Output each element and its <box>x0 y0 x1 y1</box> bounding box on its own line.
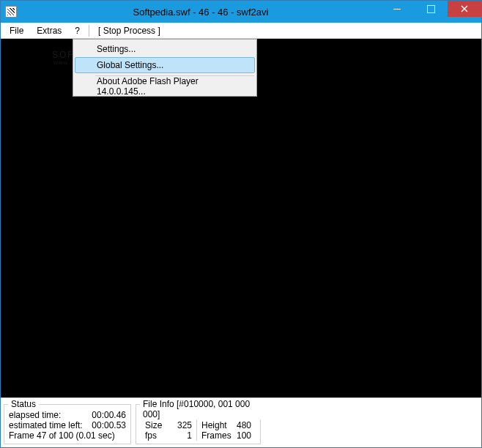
close-button[interactable] <box>448 1 481 17</box>
menu-file[interactable]: File <box>4 24 29 37</box>
frame-progress: Frame 47 of 100 (0.01 sec) <box>9 430 115 441</box>
menu-help[interactable]: ? <box>69 24 86 37</box>
window-title: Softpedia.swf - 46 - 46 - swf2avi <box>21 7 380 18</box>
fileinfo-group-label: File Info [#010000, 001 000 000] <box>140 399 261 419</box>
context-about-flash[interactable]: About Adobe Flash Player 14.0.0.145... <box>75 78 255 94</box>
status-bar: Status elapsed time: 00:00.46 estimated … <box>1 397 481 447</box>
fileinfo-group: File Info [#010000, 001 000 000] Version… <box>136 400 261 444</box>
menu-stop-process[interactable]: [ Stop Process ] <box>92 24 166 37</box>
elapsed-value: 00:00.46 <box>89 410 126 420</box>
size-label: Size <box>145 420 176 430</box>
menu-separator <box>89 25 89 37</box>
menu-extras[interactable]: Extras <box>31 24 67 37</box>
flash-context-menu: Settings... Global Settings... About Ado… <box>73 39 257 97</box>
height-value: 480 <box>231 420 251 430</box>
elapsed-label: elapsed time: <box>9 410 89 420</box>
app-window: Softpedia.swf - 46 - 46 - swf2avi File E… <box>0 0 482 448</box>
frames-value: 100 <box>231 430 251 441</box>
eta-value: 00:00.53 <box>89 420 126 430</box>
menubar: File Extras ? [ Stop Process ] <box>1 23 481 39</box>
minimize-button[interactable] <box>380 1 414 17</box>
size-value: 325 <box>176 420 192 430</box>
maximize-button[interactable] <box>414 1 448 17</box>
fps-label: fps <box>145 430 176 441</box>
app-icon <box>5 6 17 18</box>
context-settings[interactable]: Settings... <box>75 41 255 57</box>
eta-label: estimated time left: <box>9 420 89 430</box>
flash-content-area[interactable]: SOFTPEDIA www.softpedia.com Settings... … <box>1 39 481 397</box>
frames-label: Frames <box>201 430 231 441</box>
fps-value: 1 <box>176 430 192 441</box>
titlebar[interactable]: Softpedia.swf - 46 - 46 - swf2avi <box>1 1 481 23</box>
status-group-label: Status <box>8 399 39 409</box>
context-global-settings[interactable]: Global Settings... <box>75 57 255 73</box>
height-label: Height <box>201 420 231 430</box>
status-group: Status elapsed time: 00:00.46 estimated … <box>4 400 131 444</box>
window-controls <box>380 1 481 23</box>
